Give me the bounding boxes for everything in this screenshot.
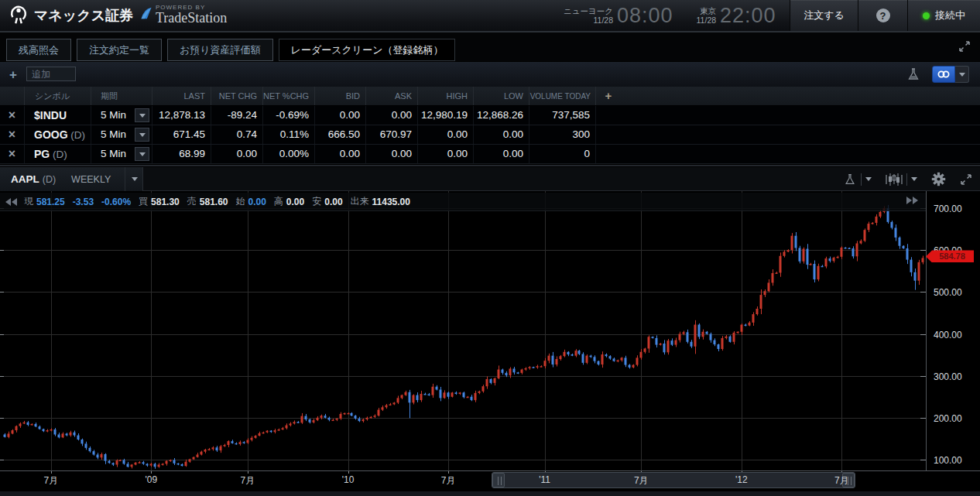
- quote-value: 0.00: [324, 197, 342, 207]
- chart-settings-button[interactable]: [931, 172, 946, 186]
- chart-symbol-tab[interactable]: AAPL (D) WEEKLY: [0, 167, 143, 191]
- value-cell: 0.00: [366, 145, 418, 163]
- expand-icon: [960, 173, 972, 186]
- column-header[interactable]: NET %CHG: [263, 87, 315, 105]
- value-cell: 0.00: [474, 125, 529, 144]
- interval-cell: 5 Min: [91, 145, 152, 163]
- help-button[interactable]: ?: [858, 0, 907, 31]
- x-axis-label: 7月: [241, 474, 255, 487]
- interval-dropdown[interactable]: [135, 108, 149, 122]
- value-cell: 0.00: [315, 145, 366, 163]
- quote-value: -3.53: [73, 197, 94, 207]
- clock-city: ニューヨーク: [564, 6, 613, 15]
- chain-icon: [937, 70, 951, 79]
- tab-0[interactable]: 残高照会: [6, 39, 71, 61]
- column-header[interactable]: LOW: [474, 87, 529, 105]
- clock-newyork: ニューヨーク11/2808:00: [564, 4, 673, 28]
- column-header[interactable]: LAST: [152, 87, 211, 105]
- quote-label: 始: [236, 195, 245, 208]
- link-button[interactable]: [932, 66, 955, 83]
- chart-style-button[interactable]: [886, 173, 917, 186]
- clock-time: 22:00: [720, 4, 776, 28]
- value-cell: 0.00%: [263, 145, 315, 163]
- value-cell: 12,878.13: [152, 106, 211, 125]
- add-column-button[interactable]: +: [596, 87, 621, 105]
- x-axis-label: 7月: [634, 474, 649, 487]
- status-dot-icon: [923, 12, 930, 19]
- x-axis-label: 7月: [441, 474, 456, 487]
- connection-status[interactable]: 接続中: [907, 0, 980, 31]
- order-button[interactable]: 注文する: [790, 0, 858, 31]
- value-cell: 0.00: [474, 145, 529, 163]
- chart-interval: WEEKLY: [71, 174, 111, 185]
- clock-date: 11/28: [564, 15, 613, 25]
- column-header[interactable]: 期間: [91, 87, 152, 105]
- column-header[interactable]: ASK: [366, 87, 418, 105]
- x-axis-label: '09: [146, 474, 158, 485]
- chart-flask-button[interactable]: [843, 173, 872, 186]
- svg-text:100.00: 100.00: [934, 455, 962, 466]
- column-header[interactable]: NET CHG: [211, 87, 263, 105]
- quote-label: 買: [139, 195, 148, 208]
- svg-text:500.00: 500.00: [934, 287, 962, 298]
- interval-dropdown-caret[interactable]: [132, 167, 138, 191]
- x-axis-label: '10: [342, 474, 355, 485]
- value-cell: 12,980.19: [418, 106, 474, 125]
- value-cell: 0.00: [366, 106, 418, 125]
- interval-dropdown[interactable]: [135, 147, 149, 161]
- watchlist-row[interactable]: ×GOOG (D)5 Min671.450.740.11%666.50670.9…: [0, 125, 980, 145]
- quote-label: 売: [187, 195, 197, 208]
- value-cell: 68.99: [152, 145, 211, 163]
- interval-cell: 5 Min: [91, 125, 152, 144]
- scrollbar-left-handle[interactable]: [492, 473, 505, 487]
- interval-dropdown[interactable]: [135, 128, 149, 142]
- remove-row-button[interactable]: ×: [9, 108, 15, 121]
- symbol-cell: GOOG (D): [25, 125, 91, 144]
- connection-label: 接続中: [935, 9, 965, 22]
- quote-value: 581.30: [151, 197, 180, 207]
- last-price-tag: 584.78: [926, 250, 974, 262]
- chart-symbol-suffix: (D): [43, 174, 56, 185]
- chart-tab-strip: AAPL (D) WEEKLY: [0, 167, 980, 191]
- header-close-col: [0, 87, 25, 105]
- value-cell: -0.69%: [263, 106, 315, 125]
- remove-row-button[interactable]: ×: [9, 128, 15, 141]
- flask-icon[interactable]: [906, 67, 921, 85]
- column-header[interactable]: VOLUME TODAY: [529, 87, 596, 105]
- value-cell: 0.00: [211, 145, 263, 163]
- fast-forward-icon[interactable]: [906, 197, 918, 204]
- add-symbol-plus-icon[interactable]: +: [9, 67, 17, 83]
- value-cell: 737,585: [529, 106, 596, 125]
- top-bar: マネックス証券 POWERED BY TradeStation ニューヨーク11…: [0, 0, 980, 32]
- tab-3[interactable]: レーダースクリーン（登録銘柄）: [279, 39, 456, 61]
- value-cell: 12,868.26: [474, 106, 529, 125]
- column-header[interactable]: BID: [315, 87, 366, 105]
- tab-1[interactable]: 注文約定一覧: [77, 39, 162, 61]
- remove-row-button[interactable]: ×: [9, 147, 15, 160]
- powered-by-tradestation: POWERED BY TradeStation: [139, 4, 227, 25]
- column-header[interactable]: HIGH: [418, 87, 474, 105]
- brand: マネックス証券: [8, 5, 133, 26]
- monex-logo-icon: [8, 5, 29, 26]
- chart-expand-button[interactable]: [960, 173, 972, 186]
- expand-icon[interactable]: [958, 40, 971, 56]
- watchlist-row[interactable]: ×PG (D)5 Min68.990.000.00%0.000.000.000.…: [0, 145, 980, 164]
- add-symbol-input[interactable]: [26, 67, 76, 81]
- watchlist-row[interactable]: ×$INDU 5 Min12,878.13-89.24-0.69%0.000.0…: [0, 106, 980, 125]
- tradestation-label: TradeStation: [156, 11, 227, 25]
- svg-text:200.00: 200.00: [934, 413, 962, 424]
- column-header[interactable]: シンボル: [25, 87, 91, 105]
- value-cell: 0.11%: [263, 125, 315, 144]
- gear-icon: [931, 172, 946, 186]
- chart-bottom-strip: [0, 491, 980, 496]
- quote-value: 0.00: [286, 197, 304, 207]
- link-dropdown-caret[interactable]: [955, 66, 969, 83]
- value-cell: -89.24: [211, 106, 263, 125]
- rewind-icon[interactable]: [5, 198, 18, 206]
- x-axis-label: 7月: [834, 474, 849, 487]
- tab-2[interactable]: お預り資産評価額: [167, 39, 273, 61]
- question-icon: ?: [876, 9, 890, 22]
- flask-icon: [843, 173, 857, 186]
- svg-text:700.00: 700.00: [934, 204, 962, 214]
- x-axis-label: '11: [539, 474, 550, 485]
